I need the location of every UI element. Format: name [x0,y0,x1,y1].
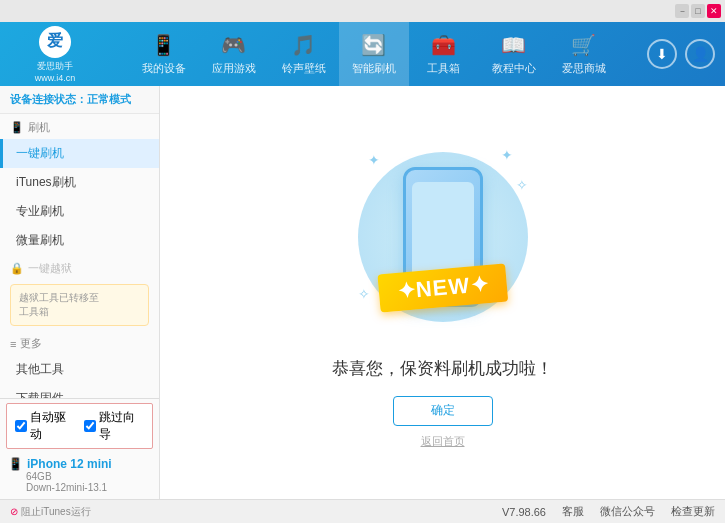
nav-bar: 📱 我的设备 🎮 应用游戏 🎵 铃声壁纸 🔄 智能刷机 🧰 工具箱 📖 教程中心… [100,22,647,86]
sparkle-2: ✦ [501,147,513,163]
nav-smart-flash-label: 智能刷机 [352,61,396,76]
lock-icon: 🔒 [10,262,24,275]
return-link[interactable]: 返回首页 [421,434,465,449]
device-name-row: 📱 iPhone 12 mini [8,457,151,471]
phone-icon: 📱 [8,457,23,471]
center-panel: ✦ ✦ ✧ ✧ ✦NEW✦ 恭喜您，保资料刷机成功啦！ 确定 返回首页 [160,86,725,499]
close-button[interactable]: ✕ [707,4,721,18]
nav-tutorial-label: 教程中心 [492,61,536,76]
header-right: ⬇ 👤 [647,39,715,69]
sidebar-item-micro-flash[interactable]: 微量刷机 [0,226,159,255]
itunes-status-text: 阻止iTunes运行 [21,505,91,519]
check-update-link[interactable]: 检查更新 [671,504,715,519]
sidebar-item-pro-flash[interactable]: 专业刷机 [0,197,159,226]
device-firmware: Down-12mini-13.1 [26,482,151,493]
nav-toolbox[interactable]: 🧰 工具箱 [409,22,479,86]
sparkle-3: ✧ [516,177,528,193]
sidebar-wrapper: 设备连接状态：正常模式 📱 刷机 一键刷机 iTunes刷机 专业刷机 微量刷 [0,86,159,499]
flash-icon: 📱 [10,121,24,134]
apps-games-icon: 🎮 [221,33,246,57]
sparkle-4: ✧ [358,286,370,302]
sidebar-item-one-click-flash[interactable]: 一键刷机 [0,139,159,168]
device-status: 设备连接状态：正常模式 [0,86,159,114]
bottom-right: V7.98.66 客服 微信公众号 检查更新 [502,504,715,519]
skip-wizard-label: 跳过向导 [99,409,145,443]
logo-icon: 爱 [39,26,71,58]
nav-ringtones-label: 铃声壁纸 [282,61,326,76]
device-status-label: 设备连接状态： [10,93,87,105]
nav-shop-label: 爱思商城 [562,61,606,76]
restore-button[interactable]: □ [691,4,705,18]
ringtones-icon: 🎵 [291,33,316,57]
wechat-link[interactable]: 微信公众号 [600,504,655,519]
jailbreak-note: 越狱工具已转移至工具箱 [10,284,149,326]
customer-service-link[interactable]: 客服 [562,504,584,519]
download-firmware-label: 下载固件 [16,390,64,398]
shop-icon: 🛒 [571,33,596,57]
logo-line1: 爱思助手 [37,60,73,73]
auto-drive-label: 自动驱动 [30,409,76,443]
bottom-bar: ⊘ 阻止iTunes运行 V7.98.66 客服 微信公众号 检查更新 [0,499,725,523]
nav-apps-games-label: 应用游戏 [212,61,256,76]
device-name: iPhone 12 mini [27,457,112,471]
sidebar: 设备连接状态：正常模式 📱 刷机 一键刷机 iTunes刷机 专业刷机 微量刷 [0,86,160,499]
itunes-status: ⊘ 阻止iTunes运行 [10,505,91,519]
more-icon: ≡ [10,338,16,350]
download-button[interactable]: ⬇ [647,39,677,69]
minimize-button[interactable]: － [675,4,689,18]
device-storage: 64GB [26,471,151,482]
nav-toolbox-label: 工具箱 [427,61,460,76]
tutorial-icon: 📖 [501,33,526,57]
skip-wizard-checkbox[interactable]: 跳过向导 [84,409,145,443]
auto-drive-input[interactable] [15,420,27,432]
sidebar-top: 设备连接状态：正常模式 📱 刷机 一键刷机 iTunes刷机 专业刷机 微量刷 [0,86,159,398]
confirm-button[interactable]: 确定 [393,396,493,426]
nav-my-device-label: 我的设备 [142,61,186,76]
new-badge-text: ✦NEW✦ [395,271,489,304]
micro-flash-label: 微量刷机 [16,232,64,249]
bottom-checkboxes: 自动驱动 跳过向导 [6,403,153,449]
sidebar-item-download-firmware[interactable]: 下载固件 [0,384,159,398]
success-illustration: ✦ ✦ ✧ ✧ ✦NEW✦ [343,137,543,337]
sidebar-flash-title: 📱 刷机 [0,114,159,139]
sidebar-item-itunes-flash[interactable]: iTunes刷机 [0,168,159,197]
sidebar-jailbreak-title: 🔒 一键越狱 [0,255,159,280]
version-text: V7.98.66 [502,506,546,518]
sidebar-item-other-tools[interactable]: 其他工具 [0,355,159,384]
success-message: 恭喜您，保资料刷机成功啦！ [332,357,553,380]
sidebar-bottom: 自动驱动 跳过向导 📱 iPhone 12 mini 64GB Down-12m… [0,398,159,499]
nav-shop[interactable]: 🛒 爱思商城 [549,22,619,86]
sparkle-1: ✦ [368,152,380,168]
logo-area[interactable]: 爱 爱思助手 www.i4.cn [10,26,100,83]
title-bar: － □ ✕ [0,0,725,22]
nav-ringtones[interactable]: 🎵 铃声壁纸 [269,22,339,86]
my-device-icon: 📱 [151,33,176,57]
one-click-flash-label: 一键刷机 [16,145,64,162]
sidebar-more-title: ≡ 更多 [0,330,159,355]
header: 爱 爱思助手 www.i4.cn 📱 我的设备 🎮 应用游戏 🎵 铃声壁纸 🔄 … [0,22,725,86]
sidebar-device-info: 📱 iPhone 12 mini 64GB Down-12mini-13.1 [0,453,159,499]
user-button[interactable]: 👤 [685,39,715,69]
nav-tutorial[interactable]: 📖 教程中心 [479,22,549,86]
nav-apps-games[interactable]: 🎮 应用游戏 [199,22,269,86]
nav-smart-flash[interactable]: 🔄 智能刷机 [339,22,409,86]
logo-line2: www.i4.cn [35,73,76,83]
pro-flash-label: 专业刷机 [16,203,64,220]
other-tools-label: 其他工具 [16,361,64,378]
main-content: 设备连接状态：正常模式 📱 刷机 一键刷机 iTunes刷机 专业刷机 微量刷 [0,86,725,499]
toolbox-icon: 🧰 [431,33,456,57]
itunes-flash-label: iTunes刷机 [16,174,76,191]
nav-my-device[interactable]: 📱 我的设备 [129,22,199,86]
stop-icon: ⊘ [10,506,18,517]
skip-wizard-input[interactable] [84,420,96,432]
device-status-value: 正常模式 [87,93,131,105]
auto-drive-checkbox[interactable]: 自动驱动 [15,409,76,443]
smart-flash-icon: 🔄 [361,33,386,57]
